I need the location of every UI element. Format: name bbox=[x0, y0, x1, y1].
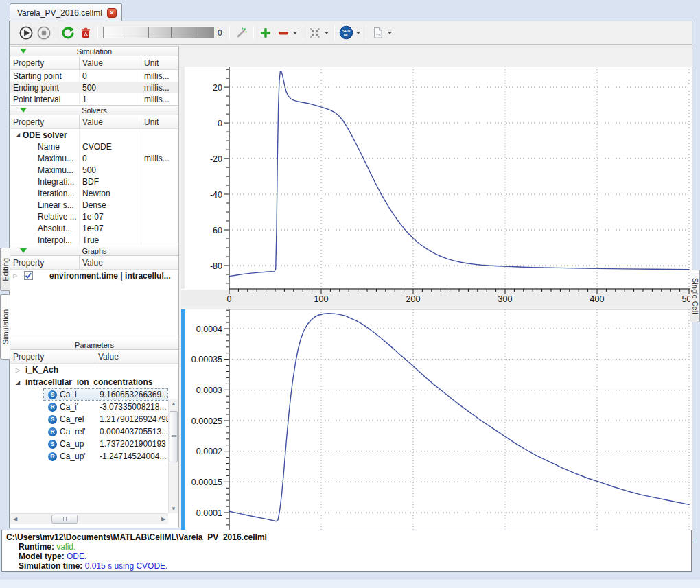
toolbar-separator bbox=[56, 25, 56, 40]
table-row[interactable]: Absolut... 1e-07 bbox=[10, 222, 178, 234]
toolbar-separator bbox=[97, 25, 98, 40]
parameter-row[interactable]: R Ca_i' -3.07335008218... bbox=[10, 401, 178, 413]
collapse-section-icon[interactable] bbox=[20, 248, 27, 253]
tab-title: Varela_PV_2016.cellml bbox=[17, 8, 102, 18]
delay-value: 0 bbox=[218, 28, 222, 38]
toolbar-separator bbox=[334, 25, 335, 40]
expanded-icon[interactable]: ◢ bbox=[13, 132, 23, 138]
settings-wand-icon[interactable] bbox=[233, 24, 250, 42]
svg-text:20: 20 bbox=[213, 83, 222, 93]
svg-text:0.00015: 0.00015 bbox=[191, 478, 222, 487]
collapse-section-icon[interactable] bbox=[20, 108, 27, 113]
graphs-section-header[interactable]: Graphs bbox=[10, 246, 178, 256]
table-row[interactable]: Relative ... 1e-07 bbox=[10, 211, 178, 222]
chart-canvas[interactable]: 200-20-40-60-800100200300400500 bbox=[181, 67, 692, 306]
state-icon: S bbox=[48, 440, 57, 449]
dock-tab-simulation[interactable]: Simulation bbox=[0, 294, 10, 360]
state-icon: S bbox=[48, 415, 57, 424]
parameter-row[interactable]: R Ca_rel' 0.000403705513... bbox=[10, 425, 178, 438]
state-icon: S bbox=[48, 390, 57, 399]
scrollbar-thumb[interactable] bbox=[51, 515, 78, 524]
col-property: Property bbox=[10, 56, 80, 69]
inactive-panel-marker bbox=[181, 67, 185, 289]
clear-results-button[interactable] bbox=[77, 24, 95, 42]
tab-varela-pv-2016[interactable]: Varela_PV_2016.cellml × bbox=[10, 3, 122, 21]
remove-graph-panel-dropdown-icon[interactable] bbox=[293, 32, 297, 34]
svg-text:-40: -40 bbox=[210, 190, 222, 200]
close-tab-icon[interactable]: × bbox=[107, 8, 117, 18]
expanded-icon[interactable]: ◢ bbox=[13, 379, 23, 386]
svg-text:0.0003: 0.0003 bbox=[196, 386, 222, 395]
dock-tab-single-cell[interactable]: Single Cell bbox=[690, 270, 700, 322]
toolbar-separator bbox=[253, 25, 254, 40]
svg-text:0.00025: 0.00025 bbox=[191, 416, 222, 426]
simulation-table-header: Property Value Unit bbox=[10, 56, 178, 70]
delay-wheel[interactable] bbox=[103, 27, 214, 38]
scrollbar-thumb[interactable] bbox=[170, 411, 178, 462]
svg-text:0: 0 bbox=[227, 294, 232, 304]
scroll-left-icon[interactable]: ◀ bbox=[10, 515, 20, 524]
svg-text:ML: ML bbox=[344, 33, 349, 37]
tree-group-row[interactable]: ▷ i_K_Ach bbox=[10, 364, 178, 376]
active-panel-marker bbox=[181, 309, 185, 530]
table-row[interactable]: Maximu... 500 bbox=[10, 164, 178, 176]
collapsed-icon[interactable]: ▷ bbox=[10, 272, 20, 279]
chart-canvas[interactable]: 0.00040.000350.00030.000250.00020.000150… bbox=[181, 309, 692, 548]
table-row[interactable]: Interpol... True bbox=[10, 234, 178, 246]
table-row-selected[interactable]: Ending point 500 millis... bbox=[10, 82, 178, 93]
reset-parameters-button[interactable] bbox=[59, 24, 77, 42]
solvers-section-header[interactable]: Solvers bbox=[10, 105, 178, 115]
scroll-right-icon[interactable]: ▶ bbox=[159, 515, 168, 524]
parameter-row[interactable]: S Ca_rel 1.21790126924798 bbox=[10, 413, 178, 425]
parameters-section-header: Parameters bbox=[10, 340, 178, 350]
graph-panel-bottom[interactable]: 0.00040.000350.00030.000250.00020.000150… bbox=[181, 309, 692, 548]
parameters-horizontal-scrollbar[interactable]: ◀ ▶ bbox=[10, 513, 168, 524]
scroll-up-icon[interactable]: ▲ bbox=[169, 399, 178, 408]
export-dropdown-icon[interactable] bbox=[388, 32, 392, 34]
table-row[interactable]: Name CVODE bbox=[10, 141, 178, 152]
stop-button[interactable] bbox=[35, 24, 53, 42]
runtime-status: valid. bbox=[56, 542, 75, 552]
parameter-row[interactable]: S Ca_up 1.7372021900193 bbox=[10, 438, 178, 450]
dock-tab-editing[interactable]: Editing bbox=[0, 248, 10, 291]
graphs-empty-area bbox=[10, 281, 178, 340]
parameters-vertical-scrollbar[interactable]: ▲ ▼ bbox=[168, 399, 178, 513]
export-button[interactable] bbox=[369, 24, 387, 42]
table-row[interactable]: Integrati... BDF bbox=[10, 176, 178, 187]
table-row[interactable]: Point interval 1 millis... bbox=[10, 93, 178, 105]
parameter-row-selected[interactable]: S Ca_i 9.160653266369... bbox=[10, 388, 178, 401]
simulation-section-header[interactable]: Simulation bbox=[10, 46, 178, 56]
collapsed-icon[interactable]: ▷ bbox=[13, 367, 23, 373]
simulation-time: 0.015 s using CVODE. bbox=[85, 561, 168, 571]
parameter-row[interactable]: R Ca_up' -1.24714524004... bbox=[10, 450, 178, 462]
svg-text:-60: -60 bbox=[210, 226, 222, 235]
tree-group-row[interactable]: ◢ ODE solver bbox=[10, 129, 178, 141]
fit-graphs-dropdown-icon[interactable] bbox=[325, 32, 329, 34]
sedml-export-button[interactable]: SEDML bbox=[338, 24, 355, 42]
graph-panel-top[interactable]: 200-20-40-60-800100200300400500 bbox=[181, 67, 692, 306]
section-title: Simulation bbox=[10, 47, 178, 56]
svg-text:0.0001: 0.0001 bbox=[196, 508, 222, 518]
svg-text:100: 100 bbox=[314, 294, 329, 304]
toolbar-separator bbox=[303, 25, 303, 40]
table-row[interactable]: Iteration... Newton bbox=[10, 187, 178, 199]
tree-group-row[interactable]: ◢ intracellular_ion_concentrations bbox=[10, 376, 178, 388]
svg-text:300: 300 bbox=[498, 294, 513, 304]
graph-checkbox[interactable] bbox=[24, 271, 33, 280]
table-row[interactable]: Maximu... 0 millis... bbox=[10, 152, 178, 164]
toolbar-separator bbox=[366, 25, 366, 40]
run-button[interactable] bbox=[17, 24, 35, 42]
graph-entry-row[interactable]: ▷ environment.time | intracellul... bbox=[10, 270, 178, 281]
sedml-dropdown-icon[interactable] bbox=[356, 32, 360, 34]
collapse-section-icon[interactable] bbox=[20, 49, 27, 54]
solvers-table-header: Property Value Unit bbox=[10, 115, 178, 129]
table-row[interactable]: Starting point 0 millis... bbox=[10, 70, 178, 82]
fit-graphs-button[interactable] bbox=[306, 24, 324, 42]
add-graph-panel-button[interactable] bbox=[257, 24, 275, 42]
scroll-down-icon[interactable]: ▼ bbox=[169, 504, 178, 513]
table-row[interactable]: Linear s... Dense bbox=[10, 199, 178, 211]
section-title: Parameters bbox=[10, 341, 178, 349]
remove-graph-panel-button[interactable] bbox=[275, 24, 292, 42]
rate-icon: R bbox=[48, 452, 57, 461]
graph-entry-label: environment.time | intracellul... bbox=[49, 271, 171, 281]
